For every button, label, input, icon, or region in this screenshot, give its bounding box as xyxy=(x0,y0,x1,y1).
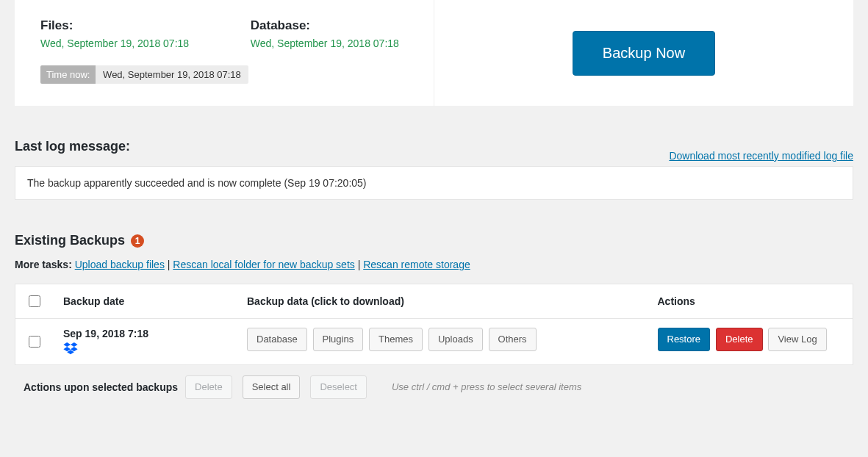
time-now-value: Wed, September 19, 2018 07:18 xyxy=(96,65,248,84)
files-next-date: Wed, September 19, 2018 07:18 xyxy=(40,37,189,49)
last-log-heading: Last log message: xyxy=(15,139,130,154)
download-log-link[interactable]: Download most recently modified log file xyxy=(669,150,853,162)
deselect-button[interactable]: Deselect xyxy=(310,375,367,399)
files-label: Files: xyxy=(40,18,189,33)
col-backup-date: Backup date xyxy=(53,284,237,319)
select-all-button[interactable]: Select all xyxy=(243,375,301,399)
download-themes-button[interactable]: Themes xyxy=(369,328,423,351)
download-uploads-button[interactable]: Uploads xyxy=(428,328,483,351)
schedule-block: Files: Wed, September 19, 2018 07:18 Dat… xyxy=(15,0,434,106)
last-log-message: The backup apparently succeeded and is n… xyxy=(15,166,853,200)
backup-now-button[interactable]: Backup Now xyxy=(573,31,715,76)
rescan-remote-link[interactable]: Rescan remote storage xyxy=(363,259,470,270)
database-label: Database: xyxy=(251,18,399,33)
time-now-label: Time now: xyxy=(40,65,96,84)
upload-backup-files-link[interactable]: Upload backup files xyxy=(75,259,165,270)
col-backup-data: Backup data (click to download) xyxy=(237,284,648,319)
dropbox-icon xyxy=(63,342,226,356)
time-now-row: Time now: Wed, September 19, 2018 07:18 xyxy=(40,65,399,84)
backup-date: Sep 19, 2018 7:18 xyxy=(63,328,226,339)
download-database-button[interactable]: Database xyxy=(247,328,307,351)
more-tasks-label: More tasks: xyxy=(15,259,72,270)
multi-select-hint: Use ctrl / cmd + press to select several… xyxy=(392,381,581,392)
more-tasks: More tasks: Upload backup files | Rescan… xyxy=(15,259,853,270)
row-select-checkbox[interactable] xyxy=(29,336,40,348)
rescan-local-link[interactable]: Rescan local folder for new backup sets xyxy=(173,259,354,270)
delete-button[interactable]: Delete xyxy=(716,328,763,351)
actions-footer-label: Actions upon selected backups xyxy=(24,381,178,393)
existing-backups-heading: Existing Backups xyxy=(15,233,125,248)
existing-backups-count-badge: 1 xyxy=(131,234,144,248)
backups-table: Backup date Backup data (click to downlo… xyxy=(15,284,853,365)
bulk-delete-button[interactable]: Delete xyxy=(185,375,232,399)
schedule-panel: Files: Wed, September 19, 2018 07:18 Dat… xyxy=(15,0,853,106)
select-all-checkbox[interactable] xyxy=(29,295,40,307)
download-others-button[interactable]: Others xyxy=(489,328,537,351)
col-actions: Actions xyxy=(648,284,853,319)
restore-button[interactable]: Restore xyxy=(658,328,711,351)
actions-footer: Actions upon selected backups Delete Sel… xyxy=(15,365,853,409)
database-next-date: Wed, September 19, 2018 07:18 xyxy=(251,37,399,49)
view-log-button[interactable]: View Log xyxy=(768,328,826,351)
table-row: Sep 19, 2018 7:18 Database Plugins Theme… xyxy=(15,319,853,365)
backup-now-block: Backup Now xyxy=(434,0,853,106)
download-plugins-button[interactable]: Plugins xyxy=(313,328,364,351)
